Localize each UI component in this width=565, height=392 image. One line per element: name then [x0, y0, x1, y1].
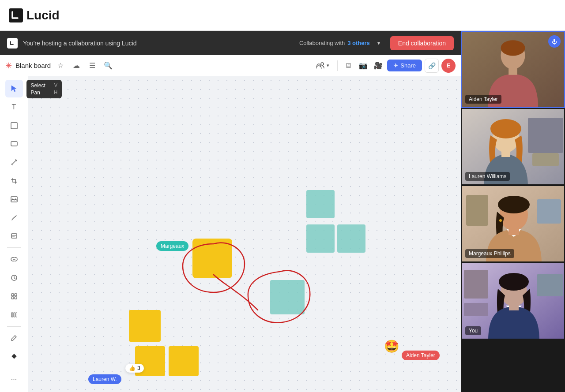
- shape-teal-4[interactable]: [270, 280, 305, 314]
- lucid-logo: Lucid: [9, 8, 60, 22]
- user-avatar-button[interactable]: E: [441, 59, 456, 73]
- toolbar-divider: [337, 60, 338, 71]
- svg-point-37: [499, 273, 529, 291]
- caption-tool[interactable]: [5, 228, 23, 245]
- canvas-area: You're hosting a collaboration using Luc…: [0, 31, 461, 392]
- collab-bar: You're hosting a collaboration using Luc…: [0, 31, 461, 55]
- svg-rect-6: [11, 294, 14, 296]
- shape-yellow-1[interactable]: [192, 239, 232, 278]
- svg-rect-12: [16, 313, 17, 317]
- video-toolbar-icon[interactable]: 🖥: [342, 60, 354, 72]
- video-name-aiden: Aiden Tayler: [465, 95, 501, 104]
- svg-rect-24: [501, 150, 510, 157]
- svg-rect-31: [508, 228, 519, 235]
- video-name-you: You: [465, 326, 481, 335]
- cloud-icon[interactable]: ☁: [70, 60, 83, 72]
- main-layout: You're hosting a collaboration using Luc…: [0, 31, 565, 392]
- emoji-reaction: 🤩: [384, 339, 399, 354]
- video-tile-you[interactable]: You: [461, 262, 565, 340]
- pencil-tool[interactable]: [5, 329, 23, 347]
- svg-rect-21: [532, 153, 559, 166]
- clock-tool[interactable]: [5, 269, 23, 287]
- shape-yellow-4[interactable]: [169, 346, 199, 376]
- canvas[interactable]: Margeaux Aiden Tayler Lauren W. 🤩 👍 3: [28, 76, 461, 392]
- image-tool[interactable]: [5, 190, 23, 208]
- image-icon: [11, 196, 18, 202]
- svg-rect-13: [11, 354, 16, 359]
- mic-icon: [551, 38, 557, 45]
- cursor-icon: [11, 85, 18, 93]
- svg-rect-17: [508, 67, 517, 75]
- thumbs-up-emoji: 👍: [129, 365, 136, 371]
- tool-divider-2: [7, 326, 21, 327]
- collab-with-text: Collaborating with: [299, 40, 345, 46]
- svg-rect-4: [11, 234, 17, 238]
- collab-bar-logo: [7, 38, 18, 49]
- shape-icon: [11, 140, 18, 147]
- thumbs-up-badge: 👍 3: [125, 364, 144, 373]
- template-tool[interactable]: [5, 287, 23, 305]
- search-icon[interactable]: 🔍: [102, 60, 114, 72]
- svg-rect-38: [509, 304, 519, 310]
- camera-icon[interactable]: 🎥: [372, 60, 384, 72]
- template-icon: [11, 293, 17, 299]
- video-tile-lauren[interactable]: Lauren Williams: [461, 108, 565, 185]
- board-title-area: ✳ Blank board: [5, 61, 51, 71]
- video-tile-margeaux[interactable]: Margeaux Phillips: [461, 185, 565, 262]
- collaborators-btn[interactable]: ▾: [313, 60, 333, 71]
- crop-tool[interactable]: [5, 172, 23, 190]
- collab-dropdown-btn[interactable]: ▾: [373, 37, 385, 49]
- frame-tool[interactable]: [5, 117, 23, 134]
- svg-point-23: [490, 119, 521, 138]
- screen-share-icon[interactable]: 📷: [357, 60, 369, 72]
- link-tool[interactable]: [5, 250, 23, 268]
- cursor-label-margeaux: Margeaux: [156, 241, 188, 251]
- list-icon: [11, 312, 17, 317]
- lucid-logo-text: Lucid: [26, 8, 60, 22]
- list-tool[interactable]: [5, 306, 23, 324]
- collaborators-dropdown-arrow: ▾: [327, 63, 329, 68]
- draw-icon: [11, 215, 17, 221]
- video-tile-aiden[interactable]: Aiden Tayler: [461, 31, 565, 108]
- shape-teal-2[interactable]: [306, 224, 335, 253]
- svg-rect-18: [554, 39, 555, 42]
- text-tool[interactable]: T: [5, 98, 23, 116]
- svg-point-29: [498, 196, 530, 213]
- end-collaboration-button[interactable]: End collaboration: [390, 36, 454, 50]
- share-label: Share: [400, 62, 416, 69]
- pen-tool[interactable]: [5, 153, 23, 171]
- diamond-tool[interactable]: [5, 347, 23, 365]
- left-tools: Select V Pan H T: [0, 76, 28, 392]
- tool-divider-3: [7, 368, 21, 368]
- shape-yellow-2[interactable]: [129, 310, 161, 342]
- more-tools[interactable]: ···: [5, 371, 23, 388]
- shape-teal-1[interactable]: [306, 190, 335, 218]
- video-name-lauren: Lauren Williams: [465, 172, 510, 181]
- share-icon: ✈: [393, 62, 398, 69]
- svg-rect-10: [11, 313, 13, 317]
- lucid-header: Lucid: [0, 0, 565, 31]
- draw-tool[interactable]: [5, 209, 23, 227]
- link-icon: [11, 257, 18, 261]
- svg-rect-0: [9, 8, 23, 22]
- board-title: Blank board: [15, 62, 51, 69]
- video-panel: Aiden Tayler: [461, 31, 565, 392]
- svg-rect-9: [15, 297, 17, 299]
- select-tool[interactable]: Select V Pan H: [5, 80, 23, 97]
- clock-icon: [11, 275, 17, 281]
- svg-rect-1: [11, 123, 17, 129]
- svg-rect-34: [537, 274, 563, 296]
- pencil-icon: [11, 335, 17, 341]
- favorite-icon[interactable]: ☆: [54, 60, 67, 72]
- shape-tool[interactable]: [5, 135, 23, 153]
- cursor-label-lauren: Lauren W.: [88, 374, 121, 384]
- snowflake-icon: ✳: [5, 61, 12, 71]
- pen-icon: [11, 159, 17, 165]
- shape-teal-3[interactable]: [337, 224, 365, 253]
- svg-rect-33: [464, 270, 488, 299]
- svg-rect-20: [528, 118, 563, 153]
- menu-icon[interactable]: ☰: [86, 60, 98, 72]
- canvas-wrapper: Select V Pan H T: [0, 76, 461, 392]
- link-button[interactable]: 🔗: [425, 59, 439, 73]
- share-button[interactable]: ✈ Share: [387, 60, 422, 71]
